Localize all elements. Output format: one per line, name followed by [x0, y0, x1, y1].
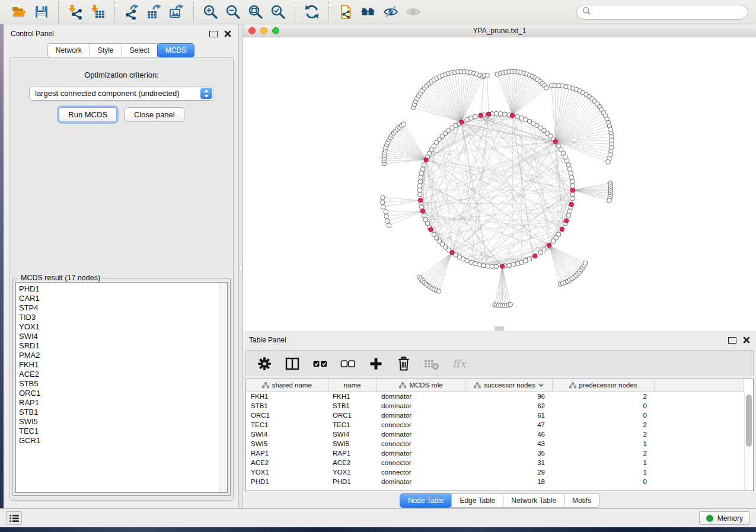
network-title: YPA_prune.txt_1	[243, 27, 756, 35]
tab-motifs[interactable]: Motifs	[564, 493, 599, 508]
tab-node-table[interactable]: Node Table	[400, 493, 452, 508]
cell-name: FKH1	[328, 392, 377, 401]
zoom-fit-icon[interactable]	[246, 2, 265, 21]
table-scrollbar[interactable]	[744, 392, 753, 491]
cell-filler	[654, 477, 744, 486]
memory-button[interactable]: Memory	[699, 511, 750, 525]
deselect-all-icon[interactable]	[339, 355, 357, 373]
import-table-icon[interactable]	[88, 2, 107, 21]
show-hidden-icon	[404, 2, 423, 21]
open-folder-icon[interactable]	[9, 2, 28, 21]
toolbar-group	[2, 2, 58, 22]
cell-predecessor_nodes: 2	[552, 420, 654, 430]
node-table: shared namenameMCDS rolesuccessor nodesp…	[245, 379, 754, 491]
network-overview-icon[interactable]	[359, 2, 378, 21]
horizontal-splitter-handle[interactable]	[495, 326, 504, 331]
import-network-icon[interactable]	[66, 2, 85, 21]
table-row[interactable]: SWI4SWI4dominator462	[246, 430, 744, 439]
result-node: SWI5	[19, 417, 227, 427]
tab-mcds[interactable]: MCDS	[157, 43, 194, 57]
table-row[interactable]: YOX1YOX1connector291	[246, 467, 744, 477]
window-close-icon[interactable]	[248, 27, 256, 34]
export-table-icon[interactable]	[145, 2, 164, 21]
network-graph[interactable]	[243, 37, 755, 331]
network-canvas[interactable]	[243, 37, 756, 331]
zoom-out-icon[interactable]	[224, 2, 243, 21]
table-row[interactable]: ACE2ACE2connector311	[246, 458, 744, 467]
close-panel-icon[interactable]	[224, 30, 231, 37]
tab-edge-table[interactable]: Edge Table	[451, 493, 503, 508]
delete-table-icon	[423, 355, 441, 373]
control-panel-title: Control Panel	[11, 30, 54, 38]
cell-shared_name: TEC1	[246, 420, 328, 430]
clone-network-icon[interactable]	[336, 2, 355, 21]
select-all-icon[interactable]	[311, 355, 329, 373]
cell-filler	[654, 439, 744, 448]
vertical-splitter[interactable]	[239, 24, 243, 508]
column-header-shared-name[interactable]: shared name	[246, 379, 328, 392]
close-panel-button[interactable]: Close panel	[125, 107, 184, 122]
zoom-selected-icon[interactable]	[269, 2, 288, 21]
table-row[interactable]: ORC1ORC1dominator610	[246, 411, 744, 420]
toolbar-group	[114, 2, 193, 22]
toolbar-group	[58, 2, 114, 22]
cell-name: SWI5	[328, 439, 377, 448]
search-box[interactable]	[576, 5, 748, 20]
window-minimize-icon[interactable]	[260, 27, 267, 34]
float-table-panel-icon[interactable]	[728, 337, 736, 344]
table-scrollbar-thumb[interactable]	[746, 395, 752, 447]
table-gear-icon[interactable]	[256, 355, 273, 373]
float-panel-icon[interactable]	[209, 31, 218, 37]
hide-selected-icon[interactable]	[381, 2, 400, 21]
cell-name: ORC1	[328, 411, 377, 420]
table-row[interactable]: SWI5SWI5connector431	[246, 439, 744, 448]
table-row[interactable]: TEC1TEC1connector472	[246, 420, 744, 430]
result-scrollbar[interactable]	[219, 283, 227, 492]
cell-shared_name: RAP1	[246, 448, 328, 458]
window-maximize-icon[interactable]	[272, 27, 279, 34]
cell-shared_name: PHD1	[246, 477, 328, 486]
add-column-icon[interactable]	[367, 355, 385, 373]
delete-column-icon[interactable]	[395, 355, 413, 373]
layout-refresh-icon[interactable]	[302, 2, 321, 21]
search-input[interactable]	[595, 7, 742, 17]
cell-predecessor_nodes: 2	[552, 448, 654, 458]
cell-name: ACE2	[328, 458, 377, 467]
cell-predecessor_nodes: 2	[552, 430, 654, 439]
zoom-in-icon[interactable]	[201, 2, 220, 21]
table-row[interactable]: RAP1RAP1dominator352	[246, 448, 744, 458]
table-row[interactable]: PHD1PHD1dominator180	[246, 477, 744, 486]
close-table-panel-icon[interactable]	[743, 336, 750, 344]
cell-filler	[654, 411, 744, 420]
save-session-icon[interactable]	[32, 2, 51, 21]
cell-mcds_role: connector	[377, 458, 465, 467]
result-node: TID3	[19, 313, 227, 322]
column-header-successor-nodes[interactable]: successor nodes	[465, 379, 552, 392]
table-row[interactable]: STB1STB1dominator620	[246, 401, 744, 411]
tab-network-table[interactable]: Network Table	[503, 493, 564, 508]
split-panel-icon[interactable]	[283, 355, 301, 373]
tab-style[interactable]: Style	[90, 43, 122, 57]
export-network-icon[interactable]	[122, 2, 141, 21]
search-icon	[582, 7, 591, 18]
run-mcds-button[interactable]: Run MCDS	[59, 107, 117, 122]
main-toolbar	[0, 0, 756, 24]
mcds-result-list: PHD1CAR1STP4TID3YOX1SWI4SRD1PMA2FKH1ACE2…	[15, 282, 228, 493]
splitter-handle[interactable]	[240, 264, 243, 273]
column-header-predecessor-nodes[interactable]: predecessor nodes	[552, 379, 654, 392]
task-history-button[interactable]	[6, 511, 22, 525]
result-node: CAR1	[19, 294, 227, 303]
network-window: YPA_prune.txt_1	[243, 24, 756, 331]
tab-network[interactable]: Network	[47, 43, 90, 57]
column-header-MCDS-role[interactable]: MCDS role	[377, 379, 465, 392]
cell-filler	[654, 420, 744, 430]
cell-name: PHD1	[328, 477, 377, 486]
criterion-dropdown[interactable]: largest connected component (undirected)	[29, 86, 214, 101]
table-row[interactable]: FKH1FKH1dominator962	[246, 392, 744, 401]
tab-select[interactable]: Select	[122, 43, 158, 57]
desktop-wallpaper-bottom	[0, 527, 756, 532]
export-image-icon[interactable]	[167, 2, 186, 21]
cell-successor_nodes: 62	[465, 401, 552, 411]
column-header-name[interactable]: name	[328, 379, 377, 392]
cell-successor_nodes: 43	[465, 439, 552, 448]
